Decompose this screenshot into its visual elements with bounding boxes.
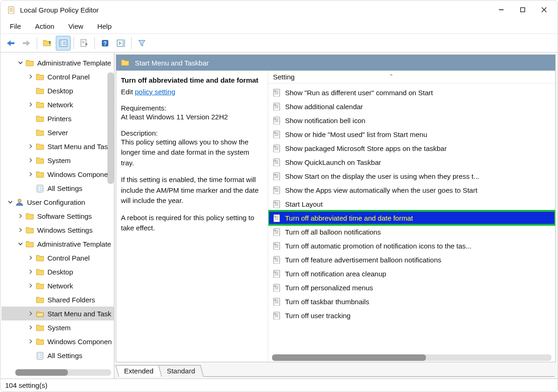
setting-item[interactable]: Turn off all balloon notifications [268, 225, 555, 239]
tree-item[interactable]: System [1, 153, 114, 167]
chevron-right-icon[interactable] [27, 254, 34, 261]
tree-item[interactable]: Software Settings [1, 209, 114, 223]
chevron-right-icon[interactable] [27, 338, 34, 345]
tree-scrollbar[interactable] [107, 72, 114, 184]
tree-item[interactable]: All Settings [1, 181, 114, 195]
console-tree[interactable]: Administrative TemplatesControl PanelDes… [1, 54, 114, 367]
list-horizontal-scrollbar[interactable] [272, 354, 551, 361]
app-icon [6, 5, 16, 15]
chevron-right-icon[interactable] [27, 101, 34, 108]
setting-item-label: Show packaged Microsoft Store apps on th… [285, 144, 447, 152]
chevron-right-icon[interactable] [27, 310, 34, 317]
show-hide-console-tree-button[interactable] [56, 36, 71, 51]
tree-item[interactable]: Control Panel [1, 251, 114, 265]
setting-item[interactable]: Turn off user tracking [268, 308, 555, 322]
chevron-right-icon[interactable] [27, 268, 34, 275]
menu-file[interactable]: File [4, 20, 27, 32]
folder-icon [35, 267, 45, 276]
setting-item[interactable]: Show or hide "Most used" list from Start… [268, 127, 555, 141]
setting-item[interactable]: Turn off personalized menus [268, 281, 555, 294]
view-tabs: Extended Standard [116, 362, 558, 376]
description-text-3: A reboot is required for this policy set… [121, 213, 262, 234]
chevron-right-icon[interactable] [27, 324, 34, 331]
chevron-right-icon[interactable] [27, 73, 34, 80]
setting-item-label: Turn off taskbar thumbnails [285, 298, 369, 306]
chevron-right-icon[interactable] [27, 157, 34, 164]
tree-item-label: Server [47, 129, 68, 137]
chevron-down-icon[interactable] [17, 240, 24, 248]
toolbar-separator [94, 37, 95, 49]
tree-item[interactable]: Desktop [1, 84, 114, 98]
policy-setting-icon [272, 185, 281, 195]
export-list-button[interactable] [77, 36, 92, 51]
minimize-button[interactable] [491, 2, 512, 17]
tree-item[interactable]: Administrative Templates [1, 237, 114, 251]
setting-item[interactable]: Turn off automatic promotion of notifica… [268, 239, 555, 253]
menu-action[interactable]: Action [29, 20, 60, 32]
setting-item[interactable]: Show the Apps view automatically when th… [268, 183, 555, 197]
tree-item[interactable]: Administrative Templates [1, 56, 114, 70]
tree-item[interactable]: User Configuration [1, 195, 114, 209]
tree-item[interactable]: Network [1, 98, 114, 111]
setting-item[interactable]: Show additional calendar [268, 99, 555, 113]
setting-item[interactable]: Turn off taskbar thumbnails [268, 294, 555, 308]
setting-item[interactable]: Turn off notification area cleanup [268, 267, 555, 281]
help-button[interactable]: ? [98, 36, 113, 51]
setting-item[interactable]: Show notification bell icon [268, 113, 555, 127]
svg-rect-34 [122, 40, 125, 46]
menu-help[interactable]: Help [92, 20, 117, 32]
tree-item[interactable]: All Settings [1, 348, 114, 362]
chevron-down-icon[interactable] [7, 198, 14, 206]
tree-item[interactable]: Desktop [1, 265, 114, 279]
setting-item[interactable]: Turn off feature advertisement balloon n… [268, 253, 555, 267]
edit-policy-link[interactable]: policy setting [135, 88, 175, 96]
tree-item[interactable]: Shared Folders [1, 293, 114, 307]
window-title: Local Group Policy Editor [20, 6, 99, 14]
settings-list-header[interactable]: Setting ⌃ [268, 71, 555, 84]
forward-button[interactable] [19, 36, 34, 51]
chevron-down-icon[interactable] [17, 59, 24, 66]
column-header-setting[interactable]: Setting [273, 73, 295, 81]
setting-item[interactable]: Show "Run as different user" command on … [268, 85, 555, 99]
tree-item[interactable]: Windows Components [1, 334, 114, 348]
show-hide-action-pane-button[interactable] [113, 36, 128, 51]
maximize-button[interactable] [512, 2, 533, 17]
tree-item[interactable]: Windows Settings [1, 223, 114, 237]
menu-view[interactable]: View [63, 20, 89, 32]
close-button[interactable] [533, 2, 555, 17]
filter-button[interactable] [134, 36, 149, 51]
tree-item[interactable]: Network [1, 279, 114, 293]
chevron-right-icon[interactable] [27, 282, 34, 289]
tree-item[interactable]: Start Menu and Taskbar [1, 139, 114, 153]
tree-horizontal-scrollbar[interactable] [15, 369, 111, 376]
requirements-text: At least Windows 11 Version 22H2 [121, 112, 262, 123]
tab-standard[interactable]: Standard [159, 365, 204, 377]
setting-item[interactable]: Start Layout [268, 197, 555, 211]
setting-item[interactable]: Show Start on the display the user is us… [268, 169, 555, 183]
tree-item[interactable]: Windows Components [1, 167, 114, 181]
folder-open-icon [35, 309, 45, 318]
tab-extended[interactable]: Extended [115, 365, 162, 377]
setting-item[interactable]: Turn off abbreviated time and date forma… [268, 211, 555, 225]
tree-item-label: Printers [47, 115, 72, 123]
chevron-right-icon[interactable] [17, 212, 24, 220]
toolbar-separator [73, 37, 74, 49]
tree-item-label: Start Menu and Taskbar [47, 143, 112, 150]
chevron-right-icon[interactable] [17, 226, 24, 234]
up-one-level-button[interactable] [40, 36, 55, 51]
user-icon [15, 197, 24, 207]
chevron-right-icon[interactable] [27, 143, 34, 150]
setting-item[interactable]: Show packaged Microsoft Store apps on th… [268, 141, 555, 155]
toolbar: ? [0, 34, 558, 52]
settings-list[interactable]: Show "Run as different user" command on … [268, 84, 555, 353]
tree-item-label: System [47, 157, 71, 164]
setting-item[interactable]: Show QuickLaunch on Taskbar [268, 155, 555, 169]
tree-item[interactable]: Start Menu and Taskbar [1, 307, 114, 320]
chevron-right-icon[interactable] [27, 170, 34, 178]
tree-item[interactable]: Printers [1, 111, 114, 125]
tree-expander-placeholder [27, 129, 34, 136]
tree-item[interactable]: Server [1, 125, 114, 139]
back-button[interactable] [3, 36, 18, 51]
tree-item[interactable]: System [1, 320, 114, 334]
tree-item[interactable]: Control Panel [1, 70, 114, 84]
